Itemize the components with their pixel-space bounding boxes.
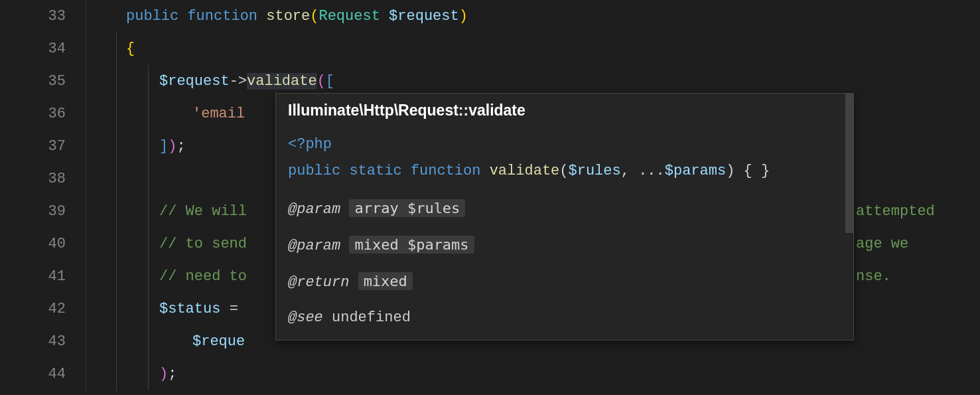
code-line[interactable]: public function store(Request $request) [100,0,980,33]
line-number: 38 [0,163,66,195]
code-line[interactable]: ); [100,358,980,390]
line-number-gutter: 33 34 35 36 37 38 39 40 41 42 43 44 [0,0,86,395]
line-number: 43 [0,325,66,358]
hover-title: Illuminate\Http\Request::validate [288,102,841,119]
hover-documentation-popup[interactable]: Illuminate\Http\Request::validate <?php … [275,93,854,341]
line-number: 37 [0,130,66,163]
hover-signature: <?php public static function validate($r… [288,131,841,184]
line-number: 41 [0,260,66,293]
line-number: 33 [0,0,66,33]
hover-see: @see undefined [288,308,841,329]
code-line[interactable]: { [100,33,980,65]
hover-return: @return mixed [288,272,841,293]
line-number: 36 [0,98,66,130]
line-number: 40 [0,228,66,260]
line-number: 35 [0,65,66,98]
hover-param: @param mixed $params [288,235,841,257]
line-number: 42 [0,293,66,325]
popup-scrollbar[interactable] [845,94,853,233]
line-number: 39 [0,195,66,228]
line-number: 44 [0,358,66,390]
hover-param: @param array $rules [288,198,841,220]
line-number: 34 [0,33,66,65]
